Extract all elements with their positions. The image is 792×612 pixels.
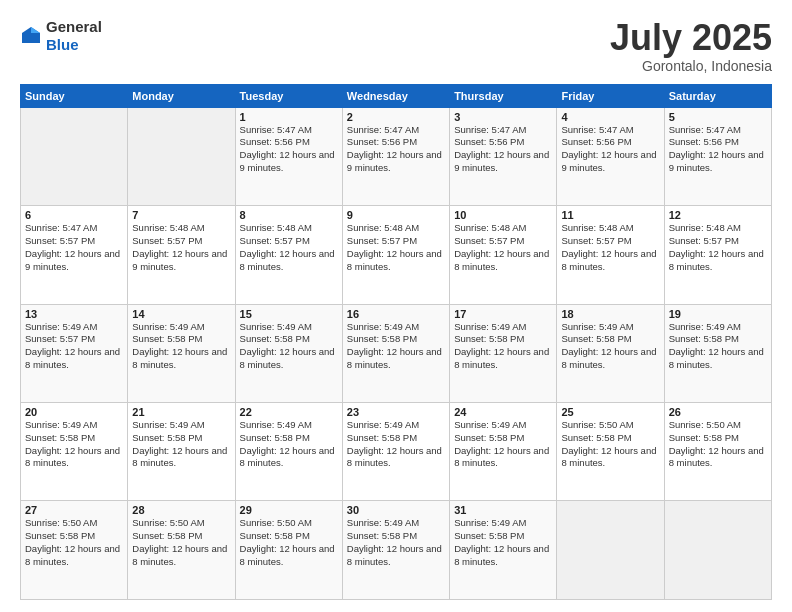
day-number: 14: [132, 308, 230, 320]
day-info: Sunrise: 5:49 AM Sunset: 5:58 PM Dayligh…: [132, 419, 230, 470]
day-number: 13: [25, 308, 123, 320]
calendar-cell: 8Sunrise: 5:48 AM Sunset: 5:57 PM Daylig…: [235, 206, 342, 304]
header-saturday: Saturday: [664, 84, 771, 107]
calendar-cell: 18Sunrise: 5:49 AM Sunset: 5:58 PM Dayli…: [557, 304, 664, 402]
day-info: Sunrise: 5:50 AM Sunset: 5:58 PM Dayligh…: [561, 419, 659, 470]
day-number: 21: [132, 406, 230, 418]
day-info: Sunrise: 5:47 AM Sunset: 5:57 PM Dayligh…: [25, 222, 123, 273]
calendar-week-1: 6Sunrise: 5:47 AM Sunset: 5:57 PM Daylig…: [21, 206, 772, 304]
calendar-cell: [557, 501, 664, 600]
day-info: Sunrise: 5:47 AM Sunset: 5:56 PM Dayligh…: [561, 124, 659, 175]
day-number: 18: [561, 308, 659, 320]
calendar-cell: 19Sunrise: 5:49 AM Sunset: 5:58 PM Dayli…: [664, 304, 771, 402]
calendar-cell: 27Sunrise: 5:50 AM Sunset: 5:58 PM Dayli…: [21, 501, 128, 600]
calendar-cell: 6Sunrise: 5:47 AM Sunset: 5:57 PM Daylig…: [21, 206, 128, 304]
calendar-cell: 28Sunrise: 5:50 AM Sunset: 5:58 PM Dayli…: [128, 501, 235, 600]
day-info: Sunrise: 5:48 AM Sunset: 5:57 PM Dayligh…: [132, 222, 230, 273]
day-info: Sunrise: 5:49 AM Sunset: 5:58 PM Dayligh…: [347, 321, 445, 372]
day-info: Sunrise: 5:48 AM Sunset: 5:57 PM Dayligh…: [240, 222, 338, 273]
day-info: Sunrise: 5:48 AM Sunset: 5:57 PM Dayligh…: [347, 222, 445, 273]
day-number: 24: [454, 406, 552, 418]
month-title: July 2025: [610, 18, 772, 58]
day-number: 7: [132, 209, 230, 221]
calendar-cell: 31Sunrise: 5:49 AM Sunset: 5:58 PM Dayli…: [450, 501, 557, 600]
calendar-week-4: 27Sunrise: 5:50 AM Sunset: 5:58 PM Dayli…: [21, 501, 772, 600]
day-number: 22: [240, 406, 338, 418]
day-number: 25: [561, 406, 659, 418]
day-number: 26: [669, 406, 767, 418]
calendar-cell: 7Sunrise: 5:48 AM Sunset: 5:57 PM Daylig…: [128, 206, 235, 304]
day-info: Sunrise: 5:50 AM Sunset: 5:58 PM Dayligh…: [132, 517, 230, 568]
day-number: 29: [240, 504, 338, 516]
calendar-cell: 16Sunrise: 5:49 AM Sunset: 5:58 PM Dayli…: [342, 304, 449, 402]
day-number: 1: [240, 111, 338, 123]
logo-icon: [20, 25, 42, 47]
day-info: Sunrise: 5:49 AM Sunset: 5:58 PM Dayligh…: [25, 419, 123, 470]
calendar-cell: 10Sunrise: 5:48 AM Sunset: 5:57 PM Dayli…: [450, 206, 557, 304]
day-number: 27: [25, 504, 123, 516]
day-info: Sunrise: 5:48 AM Sunset: 5:57 PM Dayligh…: [669, 222, 767, 273]
calendar-week-2: 13Sunrise: 5:49 AM Sunset: 5:57 PM Dayli…: [21, 304, 772, 402]
calendar-cell: 9Sunrise: 5:48 AM Sunset: 5:57 PM Daylig…: [342, 206, 449, 304]
day-number: 11: [561, 209, 659, 221]
day-number: 16: [347, 308, 445, 320]
day-number: 12: [669, 209, 767, 221]
calendar-cell: 23Sunrise: 5:49 AM Sunset: 5:58 PM Dayli…: [342, 403, 449, 501]
svg-marker-1: [31, 27, 40, 33]
day-number: 31: [454, 504, 552, 516]
day-number: 2: [347, 111, 445, 123]
day-number: 10: [454, 209, 552, 221]
calendar-cell: 15Sunrise: 5:49 AM Sunset: 5:58 PM Dayli…: [235, 304, 342, 402]
calendar-cell: 30Sunrise: 5:49 AM Sunset: 5:58 PM Dayli…: [342, 501, 449, 600]
day-number: 3: [454, 111, 552, 123]
calendar-cell: 22Sunrise: 5:49 AM Sunset: 5:58 PM Dayli…: [235, 403, 342, 501]
calendar-cell: 17Sunrise: 5:49 AM Sunset: 5:58 PM Dayli…: [450, 304, 557, 402]
calendar-cell: 11Sunrise: 5:48 AM Sunset: 5:57 PM Dayli…: [557, 206, 664, 304]
day-info: Sunrise: 5:49 AM Sunset: 5:57 PM Dayligh…: [25, 321, 123, 372]
day-number: 30: [347, 504, 445, 516]
day-info: Sunrise: 5:47 AM Sunset: 5:56 PM Dayligh…: [454, 124, 552, 175]
title-block: July 2025 Gorontalo, Indonesia: [610, 18, 772, 74]
calendar-cell: 5Sunrise: 5:47 AM Sunset: 5:56 PM Daylig…: [664, 107, 771, 205]
day-number: 8: [240, 209, 338, 221]
day-info: Sunrise: 5:49 AM Sunset: 5:58 PM Dayligh…: [347, 419, 445, 470]
day-info: Sunrise: 5:47 AM Sunset: 5:56 PM Dayligh…: [347, 124, 445, 175]
day-info: Sunrise: 5:47 AM Sunset: 5:56 PM Dayligh…: [669, 124, 767, 175]
calendar-cell: 24Sunrise: 5:49 AM Sunset: 5:58 PM Dayli…: [450, 403, 557, 501]
calendar-header-row: Sunday Monday Tuesday Wednesday Thursday…: [21, 84, 772, 107]
day-info: Sunrise: 5:49 AM Sunset: 5:58 PM Dayligh…: [240, 321, 338, 372]
day-info: Sunrise: 5:48 AM Sunset: 5:57 PM Dayligh…: [454, 222, 552, 273]
header-sunday: Sunday: [21, 84, 128, 107]
header-monday: Monday: [128, 84, 235, 107]
day-number: 15: [240, 308, 338, 320]
calendar-cell: 4Sunrise: 5:47 AM Sunset: 5:56 PM Daylig…: [557, 107, 664, 205]
calendar-cell: 20Sunrise: 5:49 AM Sunset: 5:58 PM Dayli…: [21, 403, 128, 501]
calendar-cell: 12Sunrise: 5:48 AM Sunset: 5:57 PM Dayli…: [664, 206, 771, 304]
logo-blue: Blue: [46, 36, 79, 53]
day-info: Sunrise: 5:48 AM Sunset: 5:57 PM Dayligh…: [561, 222, 659, 273]
day-number: 20: [25, 406, 123, 418]
day-info: Sunrise: 5:49 AM Sunset: 5:58 PM Dayligh…: [347, 517, 445, 568]
calendar-cell: 2Sunrise: 5:47 AM Sunset: 5:56 PM Daylig…: [342, 107, 449, 205]
day-info: Sunrise: 5:49 AM Sunset: 5:58 PM Dayligh…: [454, 321, 552, 372]
calendar-cell: 29Sunrise: 5:50 AM Sunset: 5:58 PM Dayli…: [235, 501, 342, 600]
calendar-cell: [664, 501, 771, 600]
logo-text: General Blue: [46, 18, 102, 54]
day-info: Sunrise: 5:49 AM Sunset: 5:58 PM Dayligh…: [240, 419, 338, 470]
day-number: 17: [454, 308, 552, 320]
day-number: 19: [669, 308, 767, 320]
day-number: 9: [347, 209, 445, 221]
logo-general: General: [46, 18, 102, 35]
day-info: Sunrise: 5:49 AM Sunset: 5:58 PM Dayligh…: [561, 321, 659, 372]
calendar-week-3: 20Sunrise: 5:49 AM Sunset: 5:58 PM Dayli…: [21, 403, 772, 501]
header-wednesday: Wednesday: [342, 84, 449, 107]
day-info: Sunrise: 5:49 AM Sunset: 5:58 PM Dayligh…: [454, 517, 552, 568]
calendar-cell: 1Sunrise: 5:47 AM Sunset: 5:56 PM Daylig…: [235, 107, 342, 205]
calendar-week-0: 1Sunrise: 5:47 AM Sunset: 5:56 PM Daylig…: [21, 107, 772, 205]
calendar-cell: 26Sunrise: 5:50 AM Sunset: 5:58 PM Dayli…: [664, 403, 771, 501]
day-number: 28: [132, 504, 230, 516]
location: Gorontalo, Indonesia: [610, 58, 772, 74]
day-info: Sunrise: 5:50 AM Sunset: 5:58 PM Dayligh…: [240, 517, 338, 568]
header-friday: Friday: [557, 84, 664, 107]
calendar-cell: 14Sunrise: 5:49 AM Sunset: 5:58 PM Dayli…: [128, 304, 235, 402]
